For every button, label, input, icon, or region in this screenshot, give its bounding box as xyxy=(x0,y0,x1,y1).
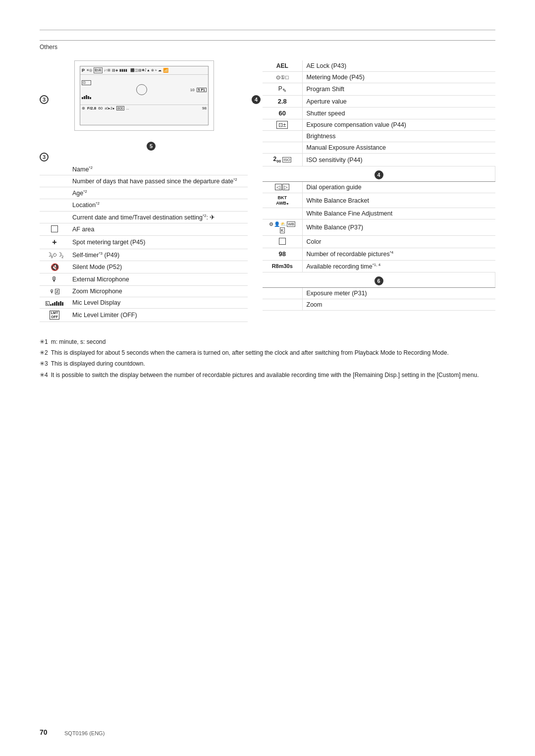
screen-icon-face: ⊡ xyxy=(82,80,91,85)
camera-screen: P ☀◎ 動画 ♪↑⊞ ▤◈ ▮▮▮▮ ⬛◫▤✚⤴▲ ⊛ ≈ ☁ 📶 xyxy=(80,66,209,125)
right-icon xyxy=(263,299,302,310)
zoom-mic-inner: 🎙Z xyxy=(50,289,59,294)
table-row: 98 Number of recordable pictures*4 xyxy=(263,248,495,260)
table-row: White Balance Fine Adjustment xyxy=(263,208,495,219)
wb-icons-cell: ⚙ 👤 ⛅ WB K xyxy=(263,219,302,236)
screen-bottom-4: ±0▸2● xyxy=(105,107,114,110)
right-icon: 2.8 xyxy=(263,96,302,108)
zoom-microphone-label: Zoom Microphone xyxy=(69,286,248,297)
footnote-marker-4: ✳4 xyxy=(40,370,48,380)
wb-icon-k: K xyxy=(280,227,285,233)
right-icon-98: 98 xyxy=(263,248,302,260)
screen-center xyxy=(93,76,190,104)
left-table-label: Spot metering target (P45) xyxy=(69,235,248,249)
table-row: 🔇 Silent Mode (P52) xyxy=(40,261,248,273)
screen-top-bar: P ☀◎ 動画 ♪↑⊞ ▤◈ ▮▮▮▮ ⬛◫▤✚⤴▲ ⊛ ≈ ☁ 📶 xyxy=(80,66,208,75)
table-row: Current date and time/Travel destination… xyxy=(40,211,248,223)
screen-bottom-dots: ... xyxy=(126,107,129,110)
right-column: AEL AE Lock (P43) ⊙①□ Metering Mode (P45… xyxy=(263,60,495,322)
screen-middle: ⊡ xyxy=(80,75,208,105)
wb-icon-person: 👤 xyxy=(274,221,280,227)
bkt-icon: BKTAWB● xyxy=(263,193,302,208)
screen-row2: ⬛◫▤✚⤴▲ ⊛ ≈ ☁ xyxy=(130,68,161,72)
screen-bottom-5: 800 xyxy=(116,106,124,110)
wb-icons: ⚙ 👤 ⛅ WB K xyxy=(267,221,298,233)
dial-icon: ◁ ▷ xyxy=(263,181,302,193)
right-icon: P✎ xyxy=(263,83,302,96)
table-row: 200 ISO ISO sensitivity (P44) xyxy=(263,154,495,166)
footnote-1: ✳1 m: minute, s: second xyxy=(40,337,495,347)
footnote-2: ✳2 This is displayed for about 5 seconds… xyxy=(40,348,495,358)
left-table-label: Age*2 xyxy=(69,187,248,199)
right-label: AE Lock (P43) xyxy=(302,60,495,72)
right-label: Exposure compensation value (P44) xyxy=(302,119,495,131)
table-row: 🎙Z Zoom Microphone xyxy=(40,286,248,297)
self-timer-icon: ☽9 ⏲ ☽2 xyxy=(40,249,69,261)
table-row: ⚙ 👤 ⛅ WB K White Balance (P37) xyxy=(263,219,495,236)
top-divider xyxy=(40,30,495,30)
screen-right-icons: 5 P1 xyxy=(197,88,207,92)
footnote-marker-3: ✳3 xyxy=(40,359,48,369)
table-row: L xyxy=(40,297,248,309)
table-row: 2.8 Aperture value xyxy=(263,96,495,108)
right-label: Dial operation guide xyxy=(302,181,495,193)
badge-3: 3 xyxy=(40,95,49,104)
screen-mode-p: P xyxy=(82,68,85,73)
screen-icons1: ☀◎ xyxy=(86,68,92,72)
screen-circle xyxy=(136,84,147,95)
color-icon xyxy=(263,236,302,248)
left-table-icon xyxy=(40,175,69,187)
table-row: Age*2 xyxy=(40,187,248,199)
dial-guide-icon: ◁ ▷ xyxy=(275,184,289,190)
external-mic-icon: 🎙 xyxy=(40,273,69,286)
iso-value: 200 xyxy=(273,156,281,162)
table-row: BKTAWB● White Balance Bracket xyxy=(263,193,495,208)
page-number: 70 xyxy=(40,728,48,736)
screen-right-text: 10 xyxy=(190,88,195,92)
wb-icon-wb: WB xyxy=(287,221,295,227)
table-row: Name*2 xyxy=(40,163,248,175)
footnote-text-4: It is possible to switch the display bet… xyxy=(51,370,479,380)
exp-icon: ⊡± xyxy=(276,121,288,129)
footnote-text-3: This is displayed during countdown. xyxy=(51,359,145,369)
screen-left-icons: ⊡ xyxy=(82,76,93,104)
white-balance-label: White Balance (P37) xyxy=(302,219,495,236)
left-table-label: Number of days that have passed since th… xyxy=(69,175,248,187)
table-row: Exposure meter (P31) xyxy=(263,287,495,299)
right-icon: ⊙①□ xyxy=(263,72,302,83)
table-row: 60 Shutter speed xyxy=(263,108,495,119)
right-label: Brightness xyxy=(302,131,495,142)
white-balance-fine-label: White Balance Fine Adjustment xyxy=(302,208,495,219)
left-table-label: Silent Mode (P52) xyxy=(69,261,248,273)
left-table-icon xyxy=(40,223,69,235)
table-row: ⊡± Exposure compensation value (P44) xyxy=(263,119,495,131)
right-label: Aperture value xyxy=(302,96,495,108)
available-recording-time-label: Available recording time*1, 4 xyxy=(302,260,495,272)
color-label: Color xyxy=(302,236,495,248)
table-row: R8m30s Available recording time*1, 4 xyxy=(263,260,495,272)
screen-icons4: ▤◈ xyxy=(112,68,118,72)
right-icon xyxy=(263,131,302,142)
section3-header: 3 xyxy=(40,153,248,162)
zoom-label: Zoom xyxy=(302,299,495,310)
right-icon: AEL xyxy=(263,60,302,72)
iso-badge: ISO xyxy=(282,157,291,162)
right-icon xyxy=(263,208,302,219)
left-table-icon xyxy=(40,187,69,199)
badge-4: 4 xyxy=(252,95,261,104)
screen-battery: ▮▮▮▮ xyxy=(119,68,127,72)
external-microphone-label: External Microphone xyxy=(69,273,248,286)
section6-header-row: 6 xyxy=(263,272,495,287)
af-area-icon xyxy=(51,225,58,232)
right-label: White Balance Bracket xyxy=(302,193,495,208)
page-code: SQT0196 (ENG) xyxy=(64,730,105,736)
table-row: ◁ ▷ Dial operation guide xyxy=(263,181,495,193)
mic-level-icon: L xyxy=(40,297,69,309)
screen-bottom-bar: ⊛ F/2.8 60 ±0▸2● 800 ... 98 xyxy=(80,105,208,111)
mic-limiter-label: Mic Level Limiter (OFF) xyxy=(69,309,248,322)
right-table: AEL AE Lock (P43) ⊙①□ Metering Mode (P45… xyxy=(263,60,495,311)
table-row: ⊙①□ Metering Mode (P45) xyxy=(263,72,495,83)
screen-bottom-98: 98 xyxy=(202,106,207,110)
screen-wifi: 📶 xyxy=(163,68,168,73)
table-row: Zoom xyxy=(263,299,495,310)
